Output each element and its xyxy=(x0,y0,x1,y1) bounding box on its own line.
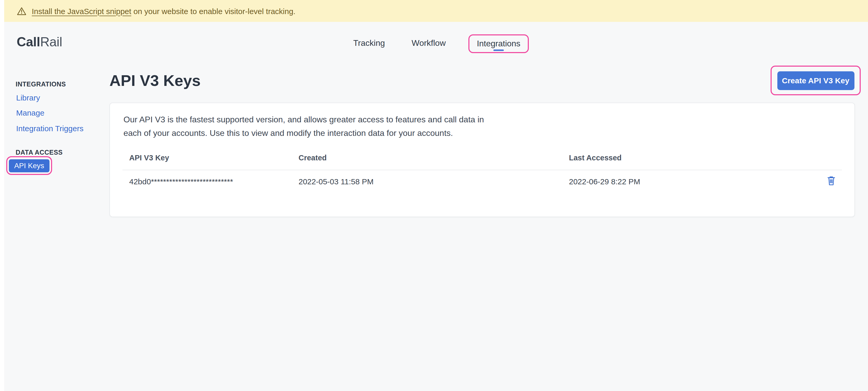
page: Install the JavaScript snippet on your w… xyxy=(0,0,868,391)
warning-triangle-icon xyxy=(17,6,27,15)
sidebar-heading-data-access: DATA ACCESS xyxy=(16,149,63,156)
banner-message: Install the JavaScript snippet on your w… xyxy=(32,6,296,15)
create-key-annotation-box: Create API V3 Key xyxy=(771,66,861,95)
tab-workflow[interactable]: Workflow xyxy=(412,38,446,48)
logo-call: Call xyxy=(17,34,40,49)
created-value: 2022-05-03 11:58 PM xyxy=(299,177,374,186)
banner-message-rest: on your website to enable visitor-level … xyxy=(131,6,296,15)
column-header-api-v3-key: API V3 Key xyxy=(129,154,169,162)
tab-integrations[interactable]: Integrations xyxy=(477,39,520,48)
api-key-value: 42bd0*************************** xyxy=(129,177,233,186)
snippet-warning-banner: Install the JavaScript snippet on your w… xyxy=(4,0,868,22)
api-description: Our API V3 is the fastest supported vers… xyxy=(123,113,491,139)
install-snippet-link[interactable]: Install the JavaScript snippet xyxy=(32,6,131,15)
sidebar-item-library[interactable]: Library xyxy=(16,93,40,102)
left-edge-strip xyxy=(0,0,4,391)
api-keys-card: Our API V3 is the fastest supported vers… xyxy=(110,103,855,217)
table-divider xyxy=(122,170,842,170)
callrail-logo[interactable]: CallRail xyxy=(17,34,62,50)
last-accessed-value: 2022-06-29 8:22 PM xyxy=(569,177,640,186)
sidebar-item-api-keys[interactable]: API Keys xyxy=(9,159,49,172)
api-keys-annotation-box: API Keys xyxy=(6,156,52,175)
integrations-annotation-box: Integrations xyxy=(468,34,529,53)
delete-key-trash-icon[interactable] xyxy=(827,176,836,186)
page-title: API V3 Keys xyxy=(110,72,200,90)
sidebar-item-manage[interactable]: Manage xyxy=(16,108,44,117)
column-header-created: Created xyxy=(299,154,327,162)
logo-rail: Rail xyxy=(40,34,62,49)
tab-tracking[interactable]: Tracking xyxy=(353,38,385,48)
sidebar-heading-integrations: INTEGRATIONS xyxy=(16,81,66,88)
active-tab-underline xyxy=(493,50,504,51)
create-api-v3-key-button[interactable]: Create API V3 Key xyxy=(777,71,854,90)
column-header-last-accessed: Last Accessed xyxy=(569,154,622,162)
sidebar-item-integration-triggers[interactable]: Integration Triggers xyxy=(16,124,84,133)
